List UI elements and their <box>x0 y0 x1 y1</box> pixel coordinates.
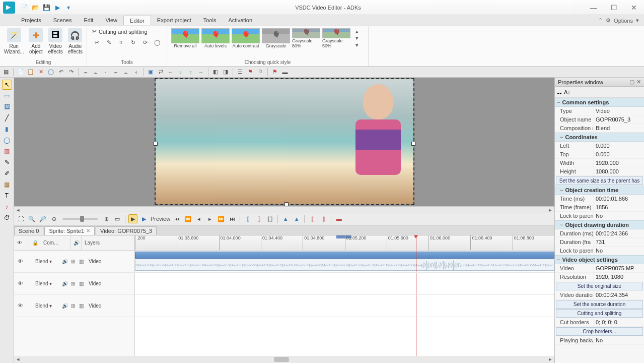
lt-text-icon[interactable]: T <box>2 191 12 201</box>
timeline-tab[interactable]: Sprite: Sprite1✕ <box>44 226 95 235</box>
properties-close-icon[interactable]: ✕ <box>636 79 641 85</box>
tb2-copy-icon[interactable]: 📋 <box>27 68 35 76</box>
lt-cursor-icon[interactable]: ↖ <box>2 80 12 90</box>
lt-image-icon[interactable]: 🖼 <box>2 102 12 112</box>
options-label[interactable]: Options <box>614 18 633 24</box>
styles-scroll-up-icon[interactable]: ▴ <box>352 28 362 35</box>
tool-pen-icon[interactable]: ✎ <box>104 38 113 47</box>
menu-tools[interactable]: Tools <box>197 16 223 25</box>
tb2-undo-icon[interactable]: ↶ <box>57 68 65 76</box>
timeline-tab[interactable]: Scene 0 <box>14 226 43 235</box>
pb-color-icon[interactable]: ▬ <box>334 214 343 223</box>
tb2-align-bot-icon[interactable]: ⫞ <box>132 68 140 76</box>
styles-more-icon[interactable]: ▾ <box>352 42 362 48</box>
pb-fit-icon[interactable]: ▭ <box>113 214 122 223</box>
tool-crop-icon[interactable]: ⌗ <box>116 38 125 47</box>
timeline-playhead[interactable] <box>416 235 416 250</box>
tb2-color-icon[interactable]: ▬ <box>281 68 289 76</box>
tb2-arrow-left-icon[interactable]: ← <box>167 68 175 76</box>
prop-btn-samesize[interactable]: Set the same size as the parent has <box>556 176 643 185</box>
audio-clip[interactable] <box>135 260 554 271</box>
pb-next-icon[interactable]: ⏩ <box>217 214 226 223</box>
track-fx-icon[interactable]: ⊞ <box>69 302 77 309</box>
lt-color-icon[interactable]: ▦ <box>2 179 12 190</box>
style-grayscale[interactable]: Grayscale <box>262 28 290 48</box>
timeline-scroll-thumb[interactable] <box>274 357 289 362</box>
tb2-redo-icon[interactable]: ↷ <box>67 68 75 76</box>
tb2-flag-icon[interactable]: ⚑ <box>271 68 279 76</box>
tb2-new-icon[interactable]: 📄 <box>17 68 25 76</box>
tl-lock-col[interactable]: 🔒 <box>29 235 40 250</box>
pb-prev-icon[interactable]: ⏪ <box>183 214 192 223</box>
preview-area[interactable] <box>14 78 554 206</box>
pb-zoomplus-icon[interactable]: ⊕ <box>102 214 111 223</box>
track-lane[interactable] <box>135 273 554 294</box>
tool-circle-icon[interactable]: ◯ <box>153 38 162 47</box>
timeline-ruler[interactable]: .20001:03.60001:04.00001:04.40001:04.800… <box>135 235 554 250</box>
tool-rotate-icon[interactable]: ↻ <box>128 38 137 47</box>
tl-sound-col[interactable]: 🔊 <box>70 235 82 250</box>
tool-cut-icon[interactable]: ✂ <box>92 38 101 47</box>
track-fx-icon[interactable]: ⊞ <box>69 258 77 265</box>
style-grayscale-50-[interactable]: Grayscale 50% <box>322 28 350 48</box>
pb-zoomin-icon[interactable]: 🔍 <box>27 214 36 223</box>
options-gear-icon[interactable]: ⚙ <box>606 17 611 24</box>
video-effects-button[interactable]: 🎞 Video effects <box>46 27 64 55</box>
tb2-arrow-down-icon[interactable]: ↓ <box>177 68 185 76</box>
prop-group-drawing[interactable]: −Object drawing duration <box>555 220 644 229</box>
track-visibility-icon[interactable]: 👁 <box>16 258 24 264</box>
lt-counter-icon[interactable]: ⏱ <box>2 213 12 223</box>
prop-group-videoobj[interactable]: −Video object settings <box>555 255 644 264</box>
menu-projects[interactable]: Projects <box>15 16 47 25</box>
track-sound-icon[interactable]: 🔊 <box>61 302 68 309</box>
tab-close-icon[interactable]: ✕ <box>86 228 90 233</box>
tb2-arrow-up-icon[interactable]: ↑ <box>187 68 195 76</box>
prop-sort-icon[interactable]: A↓ <box>564 89 570 95</box>
style-remove-all[interactable]: Remove all <box>171 28 199 48</box>
tb2-sel-icon[interactable]: ▣ <box>147 68 155 76</box>
preview-hscroll[interactable]: ◂ ▸ <box>14 206 554 213</box>
style-grayscale-80-[interactable]: Grayscale 80% <box>292 28 320 48</box>
pb-out-icon[interactable]: ⟧ <box>319 214 328 223</box>
pb-zoomfit-icon[interactable]: ⛶ <box>16 214 25 223</box>
tl-composition-col[interactable]: Com... <box>40 235 70 250</box>
prop-btn-srcdur[interactable]: Set the source duration <box>556 300 643 309</box>
track-blend-mode[interactable]: Blend ▾ <box>35 281 59 286</box>
close-button[interactable]: ✕ <box>624 0 644 15</box>
track-layer-icon[interactable]: ▥ <box>78 302 85 309</box>
pb-first-icon[interactable]: ⏮ <box>172 214 181 223</box>
pb-stepback-icon[interactable]: ◂ <box>194 214 203 223</box>
track-blend-mode[interactable]: Blend ▾ <box>35 259 59 264</box>
qat-save-icon[interactable]: 💾 <box>42 4 50 12</box>
preview-frame[interactable] <box>156 79 413 204</box>
tb2-align-right-icon[interactable]: ⫞ <box>102 68 110 76</box>
tb2-list-icon[interactable]: ☰ <box>236 68 244 76</box>
pb-fx2-icon[interactable]: ▲ <box>292 214 301 223</box>
menu-view[interactable]: View <box>99 16 123 25</box>
tb2-dist-icon[interactable]: ⇄ <box>157 68 165 76</box>
track-layer-icon[interactable]: ▥ <box>78 280 85 287</box>
track-lane[interactable] <box>135 251 554 272</box>
lt-line-icon[interactable]: ╱ <box>2 113 12 123</box>
lt-pen-icon[interactable]: ✐ <box>2 168 12 178</box>
track-sound-icon[interactable]: 🔊 <box>61 258 68 265</box>
pb-zoomout-icon[interactable]: 🔎 <box>38 214 47 223</box>
pb-marker1-icon[interactable]: ⟦ <box>243 214 252 223</box>
scroll-right-icon[interactable]: ▸ <box>546 207 554 213</box>
menu-editor[interactable]: Editor <box>123 16 151 25</box>
track-fx-icon[interactable]: ⊞ <box>69 280 77 287</box>
prop-group-common[interactable]: −Common settings <box>555 98 644 107</box>
lt-chart-icon[interactable]: ▥ <box>2 146 12 156</box>
pb-play-icon[interactable]: ▶ <box>139 214 149 223</box>
collapse-ribbon-icon[interactable]: ⌃ <box>598 17 603 24</box>
lt-brush-icon[interactable]: ✎ <box>2 157 12 167</box>
pb-in-icon[interactable]: ⟦ <box>308 214 317 223</box>
tb2-align-top-icon[interactable]: ⫟ <box>112 68 120 76</box>
menu-export-project[interactable]: Export project <box>151 16 197 25</box>
cutting-splitting-button[interactable]: ✂ Cutting and splitting <box>89 27 151 36</box>
track-blend-mode[interactable]: Blend ▾ <box>35 303 59 309</box>
options-dropdown-icon[interactable]: ▾ <box>636 17 639 24</box>
tb2-layer2-icon[interactable]: ◨ <box>222 68 230 76</box>
menu-activation[interactable]: Activation <box>222 16 258 25</box>
qat-open-icon[interactable]: 📂 <box>31 4 39 12</box>
